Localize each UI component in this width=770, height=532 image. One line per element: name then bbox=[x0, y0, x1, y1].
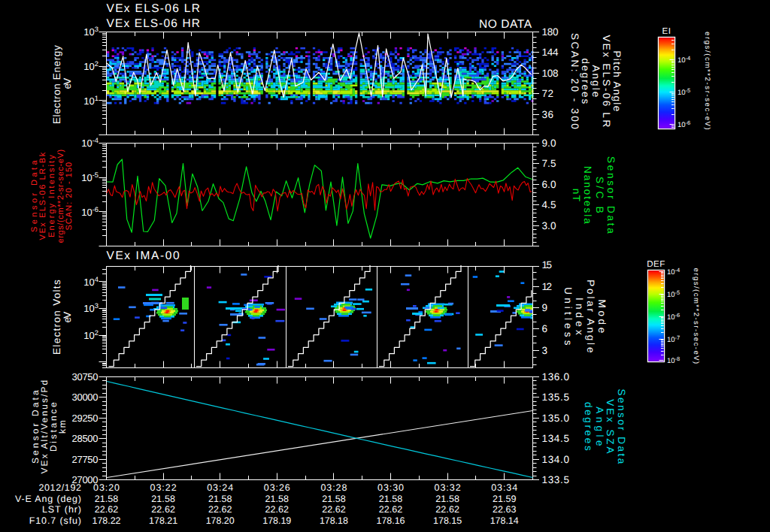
svg-text:21.58: 21.58 bbox=[379, 494, 403, 504]
svg-text:178.22: 178.22 bbox=[92, 515, 121, 526]
svg-text:178.15: 178.15 bbox=[433, 515, 462, 526]
svg-text:Angle: Angle bbox=[590, 65, 602, 98]
svg-text:nT: nT bbox=[571, 189, 582, 202]
svg-text:DEF: DEF bbox=[647, 260, 665, 269]
svg-text:F10.7 (sfu): F10.7 (sfu) bbox=[29, 515, 81, 526]
svg-text:27750: 27750 bbox=[72, 454, 99, 465]
svg-text:S/C B: S/C B bbox=[594, 177, 605, 213]
svg-text:136.0: 136.0 bbox=[542, 371, 570, 382]
svg-text:144: 144 bbox=[542, 47, 559, 58]
svg-text:6: 6 bbox=[542, 323, 548, 334]
svg-text:3.0: 3.0 bbox=[542, 220, 556, 231]
svg-text:178.14: 178.14 bbox=[490, 515, 519, 526]
svg-text:22.62: 22.62 bbox=[95, 504, 119, 515]
svg-text:7.5: 7.5 bbox=[542, 158, 556, 169]
svg-text:22.62: 22.62 bbox=[265, 504, 290, 515]
svg-text:VEx IMA-00: VEx IMA-00 bbox=[107, 249, 180, 262]
svg-text:22.62: 22.62 bbox=[322, 504, 346, 515]
svg-text:03:28: 03:28 bbox=[320, 482, 347, 493]
svg-text:134.5: 134.5 bbox=[542, 433, 570, 444]
svg-text:178.20: 178.20 bbox=[206, 515, 235, 526]
svg-text:eV: eV bbox=[62, 78, 73, 89]
svg-text:21.58: 21.58 bbox=[151, 494, 175, 504]
svg-text:22.63: 22.63 bbox=[493, 504, 517, 515]
svg-text:V-E Ang (deg): V-E Ang (deg) bbox=[15, 494, 81, 504]
svg-text:30000: 30000 bbox=[72, 391, 99, 403]
svg-text:ergs/(cm**2-sr-sec-eV): ergs/(cm**2-sr-sec-eV) bbox=[56, 150, 65, 243]
svg-text:178.21: 178.21 bbox=[149, 515, 177, 526]
svg-text:Angle: Angle bbox=[594, 407, 605, 446]
svg-text:degrees: degrees bbox=[580, 59, 591, 104]
svg-text:LST (hr): LST (hr) bbox=[42, 504, 81, 515]
svg-text:ergs/(cm**2-sr-sec-eV): ergs/(cm**2-sr-sec-eV) bbox=[703, 32, 711, 130]
svg-text:3: 3 bbox=[542, 345, 548, 356]
svg-text:03:22: 03:22 bbox=[150, 482, 177, 493]
svg-text:180: 180 bbox=[542, 26, 559, 38]
svg-text:28500: 28500 bbox=[72, 433, 99, 444]
svg-text:22.62: 22.62 bbox=[151, 504, 175, 515]
svg-text:21.58: 21.58 bbox=[95, 494, 119, 504]
svg-text:03:34: 03:34 bbox=[491, 482, 517, 493]
svg-text:9.0: 9.0 bbox=[542, 138, 556, 149]
svg-text:03:26: 03:26 bbox=[264, 482, 290, 493]
svg-text:178.18: 178.18 bbox=[320, 515, 348, 526]
svg-text:Pitch Angle: Pitch Angle bbox=[611, 51, 623, 112]
svg-text:Polar Angle: Polar Angle bbox=[585, 280, 596, 353]
svg-text:EI: EI bbox=[662, 27, 671, 36]
svg-text:Sensor Data: Sensor Data bbox=[616, 389, 627, 464]
svg-text:36: 36 bbox=[542, 109, 554, 120]
svg-text:135.0: 135.0 bbox=[542, 413, 570, 424]
svg-text:178.16: 178.16 bbox=[377, 515, 405, 526]
svg-text:21.59: 21.59 bbox=[493, 494, 517, 504]
svg-text:22.62: 22.62 bbox=[435, 504, 459, 515]
svg-text:eV: eV bbox=[62, 312, 73, 323]
svg-text:VEx ELS-06 HR: VEx ELS-06 HR bbox=[107, 17, 201, 30]
svg-text:degrees: degrees bbox=[583, 402, 594, 451]
svg-text:VEx ELS-06 LR: VEx ELS-06 LR bbox=[107, 2, 201, 15]
svg-text:03:30: 03:30 bbox=[377, 482, 404, 493]
svg-text:03:32: 03:32 bbox=[435, 482, 461, 493]
svg-text:21.58: 21.58 bbox=[208, 494, 232, 504]
svg-text:15: 15 bbox=[542, 259, 553, 271]
svg-text:Sensor Data: Sensor Data bbox=[605, 156, 617, 234]
svg-text:108: 108 bbox=[542, 68, 559, 79]
svg-text:Sensor Data: Sensor Data bbox=[30, 159, 39, 232]
svg-text:12: 12 bbox=[542, 281, 553, 292]
svg-text:30750: 30750 bbox=[72, 371, 99, 382]
svg-text:Mode: Mode bbox=[596, 300, 608, 334]
svg-text:21.58: 21.58 bbox=[435, 494, 459, 504]
svg-text:21.58: 21.58 bbox=[322, 494, 346, 504]
svg-text:9: 9 bbox=[542, 302, 548, 313]
svg-text:29250: 29250 bbox=[72, 413, 99, 424]
svg-text:03:20: 03:20 bbox=[93, 482, 120, 493]
svg-text:VEx ELS-06 LR-Bk: VEx ELS-06 LR-Bk bbox=[38, 152, 47, 240]
svg-text:VEx ELS-06 LR: VEx ELS-06 LR bbox=[601, 35, 612, 128]
svg-text:133.5: 133.5 bbox=[542, 474, 570, 485]
svg-text:km: km bbox=[57, 420, 68, 434]
svg-text:178.19: 178.19 bbox=[262, 515, 291, 526]
svg-text:6.0: 6.0 bbox=[542, 179, 556, 190]
svg-text:21.58: 21.58 bbox=[265, 494, 290, 504]
svg-text:SCAN: 20 - 150: SCAN: 20 - 150 bbox=[65, 162, 74, 231]
svg-text:135.5: 135.5 bbox=[542, 391, 570, 403]
svg-text:2012/192: 2012/192 bbox=[38, 482, 81, 493]
svg-text:Index: Index bbox=[574, 298, 585, 335]
svg-text:03:24: 03:24 bbox=[207, 482, 233, 493]
svg-text:4.5: 4.5 bbox=[542, 199, 556, 210]
svg-text:22.62: 22.62 bbox=[379, 504, 403, 515]
svg-text:22.62: 22.62 bbox=[208, 504, 232, 515]
svg-text:134.0: 134.0 bbox=[542, 454, 570, 465]
svg-text:72: 72 bbox=[542, 88, 554, 99]
svg-text:NO DATA: NO DATA bbox=[479, 18, 532, 31]
